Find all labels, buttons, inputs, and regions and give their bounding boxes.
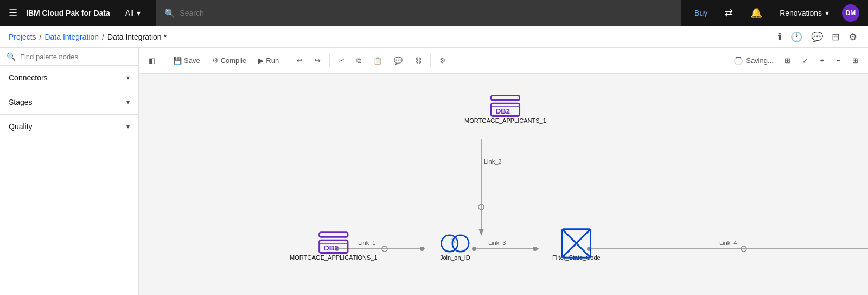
sidebar-search-icon: 🔍 bbox=[7, 52, 16, 61]
save-icon: 💾 bbox=[173, 57, 182, 65]
sidebar-search[interactable]: 🔍 bbox=[0, 48, 138, 66]
paste-button[interactable]: 📋 bbox=[368, 53, 387, 68]
breadcrumb-data-integration[interactable]: Data Integration bbox=[44, 33, 99, 41]
svg-line-27 bbox=[562, 229, 590, 258]
svg-line-28 bbox=[562, 229, 590, 258]
svg-point-10 bbox=[478, 204, 484, 210]
link-button[interactable]: ⛓ bbox=[409, 53, 427, 68]
add-node-button[interactable]: ⊞ bbox=[779, 53, 796, 68]
node-filter-state-code[interactable]: Filter_State_Code bbox=[552, 226, 601, 261]
saving-spinner bbox=[734, 57, 743, 65]
filter-icon bbox=[563, 226, 589, 252]
avatar[interactable]: DM bbox=[842, 4, 859, 22]
link-4-label: Link_4 bbox=[719, 240, 737, 246]
chevron-down-icon: ▾ bbox=[137, 9, 141, 17]
node-mortgage-applicants-label: MORTGAGE_APPLICANTS_1 bbox=[464, 117, 546, 124]
split-icon[interactable]: ⊟ bbox=[829, 29, 842, 45]
copy-button[interactable]: ⧉ bbox=[351, 53, 367, 68]
org-selector[interactable]: Renovations ▾ bbox=[775, 9, 833, 17]
toolbar-right: ⊞ ⤢ + − ⊞ bbox=[779, 53, 864, 68]
breadcrumb-actions: ℹ 🕐 💬 ⊟ ⚙ bbox=[776, 29, 859, 45]
node-mortgage-applications-label: MORTGAGE_APPLICATIONS_1 bbox=[290, 254, 378, 261]
toolbar-left: ◧ 💾 Save ⚙ Compile ▶ Run ↩ bbox=[143, 53, 451, 68]
fit-view-button[interactable]: ⤢ bbox=[797, 53, 814, 68]
settings-icon[interactable]: ⚙ bbox=[846, 29, 859, 45]
compile-icon: ⚙ bbox=[212, 57, 219, 65]
org-chevron-icon: ▾ bbox=[825, 9, 829, 17]
link-1-label: Link_1 bbox=[358, 240, 375, 246]
sidebar-section-stages: Stages ▾ bbox=[0, 90, 138, 115]
sidebar-search-input[interactable] bbox=[20, 53, 132, 61]
brand-name: IBM Cloud Pak for Data bbox=[26, 9, 110, 17]
breadcrumb-sep-1: / bbox=[40, 33, 42, 41]
svg-rect-20 bbox=[320, 233, 348, 237]
info-icon[interactable]: ℹ bbox=[776, 29, 784, 45]
svg-text:DB2: DB2 bbox=[496, 107, 510, 115]
compile-button[interactable]: ⚙ Compile bbox=[207, 53, 252, 68]
zoom-out-button[interactable]: − bbox=[831, 53, 846, 68]
sidebar-section-quality: Quality ▾ bbox=[0, 115, 138, 139]
svg-point-25 bbox=[452, 235, 469, 252]
toolbar-sep-2 bbox=[288, 54, 288, 67]
fit-view-icon: ⤢ bbox=[802, 57, 808, 65]
sidebar-section-connectors-header[interactable]: Connectors ▾ bbox=[0, 66, 138, 90]
run-icon: ▶ bbox=[258, 57, 264, 65]
chat-icon[interactable]: 💬 bbox=[809, 29, 825, 45]
hamburger-menu[interactable]: ☰ bbox=[9, 7, 17, 19]
node-mortgage-applicants-1[interactable]: DB2 MORTGAGE_APPLICANTS_1 bbox=[464, 89, 546, 124]
quality-label: Quality bbox=[9, 122, 33, 131]
collapse-icon: ◧ bbox=[149, 57, 155, 65]
comment-icon: 💬 bbox=[394, 57, 403, 65]
bell-icon[interactable]: 🔔 bbox=[746, 7, 767, 19]
svg-point-24 bbox=[442, 235, 458, 252]
svg-marker-13 bbox=[421, 247, 425, 251]
toolbar: ◧ 💾 Save ⚙ Compile ▶ Run ↩ bbox=[139, 48, 868, 74]
node-join-on-id[interactable]: Join_on_ID bbox=[440, 226, 470, 261]
breadcrumb-current: Data Integration * bbox=[107, 33, 167, 41]
comment-button[interactable]: 💬 bbox=[388, 53, 408, 68]
sidebar-section-connectors: Connectors ▾ bbox=[0, 66, 138, 90]
toolbar-sep-3 bbox=[329, 54, 330, 67]
collapse-panel-button[interactable]: ◧ bbox=[143, 53, 161, 68]
saving-indicator: Saving... bbox=[734, 57, 774, 65]
search-input[interactable] bbox=[180, 9, 673, 17]
sidebar: 🔍 Connectors ▾ Stages ▾ Quality ▾ bbox=[0, 48, 139, 295]
redo-button[interactable]: ↪ bbox=[309, 53, 326, 68]
svg-point-12 bbox=[741, 246, 746, 252]
all-selector[interactable]: All ▾ bbox=[119, 0, 148, 26]
paste-icon: 📋 bbox=[373, 57, 382, 65]
search-container[interactable]: 🔍 bbox=[156, 0, 681, 26]
buy-link[interactable]: Buy bbox=[690, 9, 712, 17]
saving-text: Saving... bbox=[746, 57, 774, 65]
breadcrumb-projects[interactable]: Projects bbox=[9, 33, 36, 41]
sidebar-section-quality-header[interactable]: Quality ▾ bbox=[0, 115, 138, 139]
svg-text:DB2: DB2 bbox=[324, 244, 338, 252]
link-2-label: Link_2 bbox=[484, 158, 501, 165]
svg-point-3 bbox=[420, 247, 424, 251]
save-button[interactable]: 💾 Save bbox=[168, 53, 206, 68]
all-label: All bbox=[125, 9, 134, 17]
search-icon: 🔍 bbox=[164, 8, 175, 18]
svg-marker-14 bbox=[535, 247, 539, 251]
sidebar-section-stages-header[interactable]: Stages ▾ bbox=[0, 90, 138, 114]
undo-icon: ↩ bbox=[297, 57, 303, 65]
transfer-icon[interactable]: ⇄ bbox=[720, 7, 737, 19]
zoom-in-icon: + bbox=[820, 57, 825, 65]
join-icon bbox=[442, 226, 468, 252]
history-icon[interactable]: 🕐 bbox=[788, 29, 805, 45]
run-button[interactable]: ▶ Run bbox=[253, 53, 284, 68]
stages-label: Stages bbox=[9, 98, 33, 106]
canvas[interactable]: DB2 MORTGAGE_APPLICANTS_1 Link_2 DB2 bbox=[139, 74, 868, 295]
undo-button[interactable]: ↩ bbox=[291, 53, 308, 68]
grid-toggle-button[interactable]: ⊞ bbox=[847, 53, 864, 68]
connectors-chevron-icon: ▾ bbox=[126, 74, 130, 81]
toolbar-sep-1 bbox=[164, 54, 164, 67]
top-nav: ☰ IBM Cloud Pak for Data All ▾ 🔍 Buy ⇄ 🔔… bbox=[0, 0, 868, 26]
svg-rect-26 bbox=[562, 229, 590, 258]
breadcrumb-sep-2: / bbox=[102, 33, 104, 41]
canvas-settings-button[interactable]: ⚙ bbox=[434, 53, 451, 68]
cut-button[interactable]: ✂ bbox=[333, 53, 350, 68]
zoom-in-button[interactable]: + bbox=[815, 53, 830, 68]
db2-icon-applications: DB2 bbox=[321, 226, 347, 252]
link-icon: ⛓ bbox=[414, 57, 422, 65]
